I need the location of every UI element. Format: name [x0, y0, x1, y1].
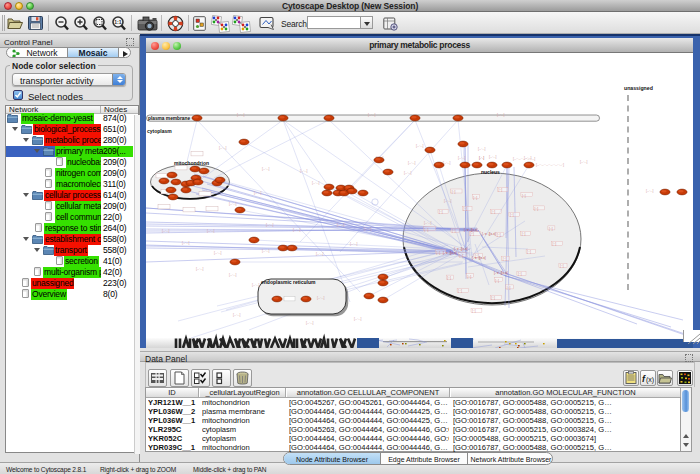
svg-text:[--·--]: [--·--] [497, 113, 505, 117]
svg-text:[--··--··--··--··--]: [--··--··--··--··--] [513, 157, 535, 161]
svg-text:[--·--]: [--·--] [219, 146, 227, 150]
svg-text:[--·--]: [--·--] [266, 223, 274, 227]
svg-text:[--·--]: [--·--] [364, 227, 372, 231]
svg-text:(x): (x) [646, 376, 654, 384]
svg-text:[-·x·-][x-x]: [-·x·-][x-x] [482, 232, 496, 236]
svg-text:[··]: [··] [491, 296, 495, 300]
svg-text:[--·--]: [--·--] [317, 296, 325, 300]
svg-text:[--·--]: [--·--] [182, 241, 190, 245]
svg-text:[--·--]: [--·--] [368, 113, 376, 117]
svg-text:[··]: [··] [467, 275, 471, 279]
svg-text:[··]: [··] [497, 233, 501, 237]
svg-text:[--·--]: [--·--] [444, 199, 452, 203]
svg-text:plasma membrane: plasma membrane [148, 116, 190, 121]
svg-text:[-·-]: [-·-] [479, 156, 484, 160]
svg-text:[--·--]: [--·--] [196, 267, 204, 271]
svg-text:[··]: [··] [522, 194, 526, 198]
svg-text:[--··--··--··--··--··--·]: [--··--··--··--··--··--·] [536, 163, 564, 167]
svg-text:[··]: [··] [473, 196, 477, 200]
svg-text:cytoplasm: cytoplasm [147, 128, 172, 134]
svg-text:[--·--]: [--·--] [207, 229, 215, 233]
svg-text:[··]: [··] [437, 251, 441, 255]
svg-text:[--·--]: [--·--] [229, 273, 237, 277]
svg-text:mitochondrion: mitochondrion [174, 160, 209, 166]
svg-text:[--·--]: [--·--] [300, 169, 308, 173]
svg-text:[--·--]: [--·--] [478, 147, 486, 151]
svg-text:[-·x·-][x-x]: [-·x·-][x-x] [454, 247, 468, 251]
svg-text:[--·--]: [--·--] [408, 161, 416, 165]
svg-text:[··]: [··] [425, 228, 429, 232]
svg-text:[--·--]: [--·--] [337, 223, 345, 227]
svg-text:[--·--]: [--·--] [458, 156, 466, 160]
svg-text:[··]: [··] [507, 286, 511, 290]
svg-text:[··]: [··] [447, 276, 451, 280]
svg-text:[··]: [··] [492, 210, 496, 214]
svg-text:[--·--]: [--·--] [306, 321, 314, 325]
svg-text:[··]: [··] [472, 309, 476, 313]
svg-text:[··]: [··] [549, 227, 553, 231]
svg-text:[--·--]: [--·--] [404, 171, 412, 175]
svg-text:unassigned: unassigned [624, 85, 653, 91]
svg-text:[--·--]: [--·--] [293, 228, 301, 232]
svg-text:[··]: [··] [463, 207, 467, 211]
svg-text:[--·--]: [--·--] [252, 283, 260, 287]
svg-text:[--·--]: [--·--] [316, 252, 324, 256]
svg-text:endoplasmic reticulum: endoplasmic reticulum [261, 279, 316, 285]
svg-text:[··]: [··] [460, 254, 464, 258]
svg-text:[··]: [··] [510, 213, 514, 217]
svg-text:[-·x·-][x-x]: [-·x·-][x-x] [472, 256, 486, 260]
svg-text:[--·--]: [--·--] [162, 229, 170, 233]
svg-text:[··]: [··] [470, 232, 474, 236]
svg-text:[--·--]: [--·--] [229, 202, 237, 206]
svg-text:[--·--]: [--·--] [350, 242, 358, 246]
svg-text:[··]: [··] [452, 229, 456, 233]
svg-text:nucleus: nucleus [481, 169, 500, 175]
svg-text:[··]: [··] [439, 210, 443, 214]
svg-text:[--·--]: [--·--] [262, 249, 270, 253]
svg-text:[··]: [··] [452, 190, 456, 194]
svg-text:[-·x·-][x-x]: [-·x·-][x-x] [443, 251, 457, 255]
svg-text:[··]: [··] [458, 289, 462, 293]
svg-text:[-·x·-][x-x]: [-·x·-][x-x] [494, 271, 508, 275]
svg-text:[··]: [··] [522, 232, 526, 236]
svg-text:[··]: [··] [503, 257, 507, 261]
svg-text:[--·--]: [--·--] [646, 189, 654, 193]
svg-text:[··]: [··] [518, 272, 522, 276]
svg-text:[··]: [··] [534, 207, 538, 211]
svg-text:[--·--]: [--·--] [254, 191, 262, 195]
svg-text:[--·--]: [--·--] [237, 113, 245, 117]
svg-text:[··]: [··] [527, 250, 531, 254]
svg-text:[--·--]: [--·--] [214, 251, 222, 255]
svg-text:[--·--]: [--·--] [489, 155, 497, 159]
svg-text:[··]: [··] [553, 242, 557, 246]
svg-text:[··]: [··] [560, 264, 564, 268]
svg-text:[--·--]: [--·--] [233, 313, 241, 317]
svg-text:[··]: [··] [495, 279, 499, 283]
svg-text:[--·--]: [--·--] [262, 167, 270, 171]
svg-text:[-·x·-][x-x]: [-·x·-][x-x] [464, 228, 478, 232]
svg-text:[--·--]: [--·--] [580, 160, 588, 164]
svg-text:[--·--]: [--·--] [424, 221, 432, 225]
svg-text:[--·--]: [--·--] [312, 181, 320, 185]
svg-text:[··]: [··] [499, 188, 503, 192]
svg-text:[--·--]: [--·--] [416, 144, 424, 148]
svg-text:[--·--]: [--·--] [354, 317, 362, 321]
